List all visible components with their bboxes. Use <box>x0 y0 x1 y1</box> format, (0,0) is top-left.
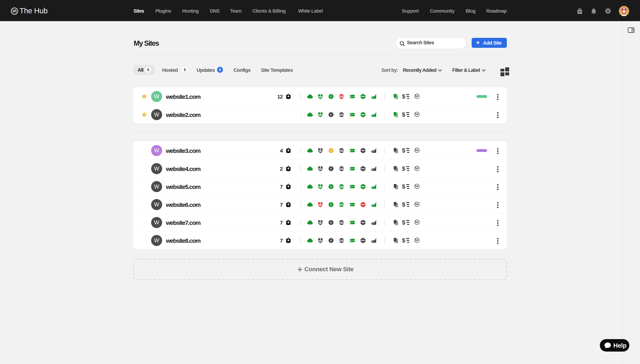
svg-text:W: W <box>415 166 419 170</box>
svg-text:$: $ <box>402 219 405 226</box>
svg-text:W: W <box>415 184 419 188</box>
svg-text:W: W <box>415 202 419 206</box>
svg-text:W: W <box>415 112 419 116</box>
svg-text:W: W <box>415 220 419 224</box>
svg-text:$: $ <box>402 184 405 190</box>
svg-text:$: $ <box>402 93 405 100</box>
svg-text:$: $ <box>402 201 405 208</box>
svg-text:W: W <box>415 94 419 98</box>
svg-text:$: $ <box>402 112 405 118</box>
svg-text:$: $ <box>402 147 405 154</box>
svg-text:W: W <box>415 238 419 242</box>
svg-text:$: $ <box>402 166 405 172</box>
svg-text:$: $ <box>402 237 405 244</box>
svg-text:W: W <box>415 148 419 152</box>
